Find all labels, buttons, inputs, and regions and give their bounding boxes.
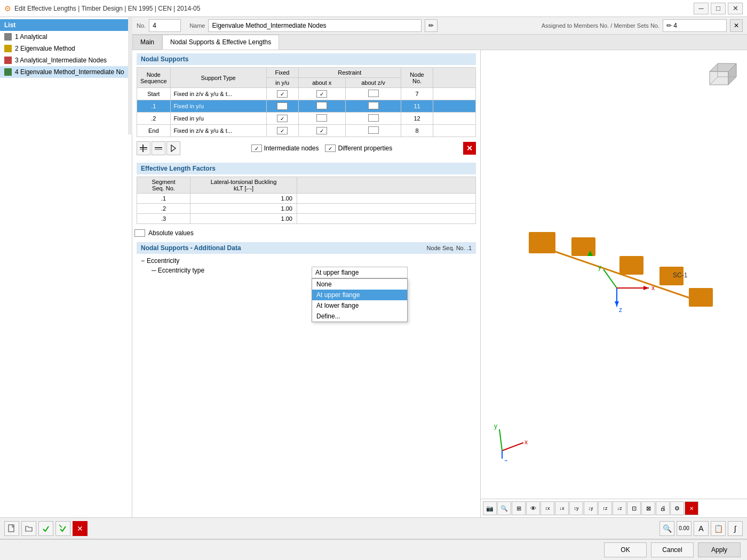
fixed-yu-checkbox[interactable]: ✓ xyxy=(277,127,288,134)
view-btn-eye[interactable]: 👁 xyxy=(526,501,540,515)
fixed-yu-checkbox[interactable]: ✓ xyxy=(277,90,288,98)
different-props-checkbox[interactable]: ✓ xyxy=(325,145,336,152)
restraint-x-checkbox[interactable] xyxy=(316,114,327,122)
restraint-zv-checkbox[interactable] xyxy=(368,114,379,122)
statusbar-a[interactable]: A xyxy=(694,521,709,536)
intermediate-nodes-check[interactable]: ✓ Intermediate nodes xyxy=(251,145,319,152)
statusbar-value[interactable]: 0.00 xyxy=(677,521,692,536)
table-row[interactable]: EndFixed in z/v & y/u & t...✓✓8 xyxy=(137,125,476,137)
restraint-zv-checkbox[interactable] xyxy=(368,90,379,97)
restraint-x-checkbox[interactable]: ✓ xyxy=(316,90,327,98)
restraint-zv-checkbox[interactable] xyxy=(368,102,379,109)
minimize-button[interactable]: ─ xyxy=(694,3,709,14)
bottom-btn-delete[interactable]: ✕ xyxy=(73,521,88,536)
sidebar-item-3[interactable]: 3 Analytical_Intermediate Nodes xyxy=(0,54,132,66)
dropdown-item-at-upper-flange[interactable]: At upper flange xyxy=(312,290,407,300)
sidebar-item-4[interactable]: 4 Eigenvalue Method_Intermediate No xyxy=(0,66,132,78)
dropdown-item-define...[interactable]: Define... xyxy=(312,311,407,322)
table-row[interactable]: .2Fixed in y/u✓12 xyxy=(137,113,476,125)
tab-main[interactable]: Main xyxy=(132,35,162,50)
assigned-number: 4 xyxy=(673,22,677,29)
view-btn-z1[interactable]: ↕z xyxy=(598,501,612,515)
tab-nodal[interactable]: Nodal Supports & Effective Lengths xyxy=(162,35,279,50)
clear-button[interactable]: ✕ xyxy=(463,142,476,155)
eff-extra-cell xyxy=(297,194,476,204)
sidebar-item-2[interactable]: 2 Eigenvalue Method xyxy=(0,43,132,54)
statusbar-search[interactable]: 🔍 xyxy=(659,521,674,536)
different-props-check[interactable]: ✓ Different properties xyxy=(325,145,392,152)
name-value[interactable]: Eigenvalue Method_Intermediate Nodes xyxy=(208,19,422,32)
ec-type-label: ─ Eccentricity type xyxy=(141,267,312,274)
eff-klt-cell[interactable]: 1.00 xyxy=(190,204,297,214)
no-field-group: No. 4 xyxy=(137,19,181,32)
assigned-icon: ✏ xyxy=(666,22,672,29)
support-type-cell: Fixed in z/v & y/u & t... xyxy=(170,88,266,100)
delete-row-button[interactable] xyxy=(152,141,165,155)
restraint-x-checkbox[interactable] xyxy=(316,102,327,109)
eff-table-row[interactable]: .31.00 xyxy=(137,214,476,224)
restraint-zv-checkbox[interactable] xyxy=(368,126,379,134)
svg-line-30 xyxy=(499,429,502,451)
statusbar-integral[interactable]: ∫ xyxy=(728,521,743,536)
add-row-button[interactable] xyxy=(137,141,150,155)
eff-seq-cell: .2 xyxy=(137,204,190,214)
view-btn-x-red[interactable]: ✕ xyxy=(685,501,698,515)
select-button[interactable] xyxy=(166,141,180,155)
bottom-btn-open[interactable] xyxy=(21,521,36,536)
view-btn-x1[interactable]: ↕x xyxy=(541,501,554,515)
view-btn-settings[interactable]: ⚙ xyxy=(670,501,684,515)
restraint-x-checkbox[interactable]: ✓ xyxy=(316,127,327,134)
view-toolbar: 📷 🔍 ⊞ 👁 ↕x ↓x ↕y ↓y ↕z ↓z ⊡ ⊠ 🖨 ⚙ ✕ xyxy=(481,499,747,517)
bottom-btn-check1[interactable] xyxy=(38,521,53,536)
sidebar-item-1[interactable]: 1 Analytical xyxy=(0,31,132,43)
view-btn-zoom[interactable]: 🔍 xyxy=(497,501,511,515)
table-row[interactable]: .1Fixed in y/u✓11 xyxy=(137,100,476,113)
nav-cube[interactable] xyxy=(699,55,742,100)
view-btn-box2[interactable]: ⊠ xyxy=(641,501,655,515)
ec-type-value[interactable]: At upper flange xyxy=(312,267,408,278)
restraint-zv-cell xyxy=(346,88,401,100)
assigned-section: Assigned to Members No. / Member Sets No… xyxy=(542,19,743,32)
close-button[interactable]: ✕ xyxy=(728,3,743,14)
bottom-btn-new[interactable] xyxy=(4,521,19,536)
absolute-values-checkbox[interactable] xyxy=(134,229,145,237)
fixed-yu-checkbox[interactable]: ✓ xyxy=(277,115,288,122)
name-edit-button[interactable]: ✏ xyxy=(425,19,438,32)
view-btn-y1[interactable]: ↕y xyxy=(569,501,583,515)
table-row[interactable]: StartFixed in z/v & y/u & t...✓✓7 xyxy=(137,88,476,100)
fixed-yu-cell: ✓ xyxy=(266,100,298,113)
eccentricity-collapse[interactable]: − xyxy=(141,257,145,265)
bottom-btn-check2[interactable] xyxy=(55,521,70,536)
assigned-edit-button[interactable]: ✕ xyxy=(730,19,743,32)
eff-table-row[interactable]: .11.00 xyxy=(137,194,476,204)
view-btn-print[interactable]: 🖨 xyxy=(656,501,670,515)
effective-length-area: Effective Length Factors SegmentSeq. No.… xyxy=(132,161,480,226)
col-rest-zv: about z/v xyxy=(346,78,401,88)
restraint-x-cell xyxy=(298,100,346,113)
view-btn-y2[interactable]: ↓y xyxy=(584,501,598,515)
view-btn-camera[interactable]: 📷 xyxy=(483,501,497,515)
view-btn-box1[interactable]: ⊡ xyxy=(627,501,641,515)
no-value[interactable]: 4 xyxy=(149,19,181,32)
support-type-cell: Fixed in y/u xyxy=(170,113,266,125)
apply-button[interactable]: Apply xyxy=(698,542,741,557)
view-btn-x2[interactable]: ↓x xyxy=(555,501,569,515)
ok-button[interactable]: OK xyxy=(604,542,647,557)
intermediate-nodes-checkbox[interactable]: ✓ xyxy=(251,145,262,152)
assigned-value[interactable]: ✏ 4 xyxy=(663,19,727,32)
maximize-button[interactable]: □ xyxy=(711,3,726,14)
node-seq-cell: End xyxy=(137,125,171,137)
eff-klt-cell[interactable]: 1.00 xyxy=(190,214,297,224)
dropdown-item-at-lower-flange[interactable]: At lower flange xyxy=(312,300,407,311)
statusbar-clipboard[interactable]: 📋 xyxy=(711,521,726,536)
sidebar-scrollbar[interactable] xyxy=(128,17,132,134)
dropdown-item-none[interactable]: None xyxy=(312,279,407,290)
eff-table-row[interactable]: .21.00 xyxy=(137,204,476,214)
eff-klt-cell[interactable]: 1.00 xyxy=(190,194,297,204)
fixed-yu-checkbox[interactable]: ✓ xyxy=(277,102,288,110)
view-btn-grid[interactable]: ⊞ xyxy=(512,501,526,515)
view-btn-z2[interactable]: ↓z xyxy=(613,501,626,515)
sidebar-items: 1 Analytical2 Eigenvalue Method3 Analyti… xyxy=(0,31,132,78)
cancel-button[interactable]: Cancel xyxy=(651,542,694,557)
axis-indicator: x y z xyxy=(491,424,534,467)
